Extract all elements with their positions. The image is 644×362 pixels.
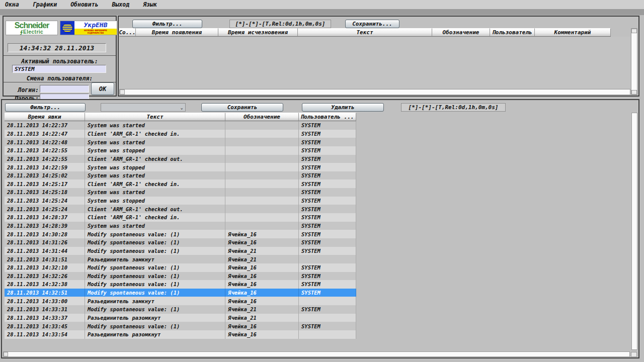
table-row[interactable]: 28.11.2013 14:28:39System was startedSYS…: [5, 222, 356, 230]
table-cell: [299, 255, 356, 263]
alarm-column-header[interactable]: Пользователь: [490, 28, 535, 37]
event-filter-button[interactable]: Фильтр...: [5, 103, 86, 112]
event-delete-button[interactable]: Удалить: [302, 103, 384, 112]
table-row[interactable]: 28.11.2013 14:31:26Modify spontaneous va…: [5, 238, 356, 247]
scroll-down-button[interactable]: [631, 90, 637, 95]
table-cell: Modify spontaneous value: (1): [85, 322, 225, 330]
table-row[interactable]: 28.11.2013 14:32:51Modify spontaneous va…: [5, 289, 356, 297]
table-row[interactable]: 28.11.2013 14:22:59System was stoppedSYS…: [5, 163, 356, 171]
table-cell: 28.11.2013 14:22:48: [5, 138, 85, 146]
table-row[interactable]: 28.11.2013 14:31:44Modify spontaneous va…: [5, 247, 356, 255]
table-row[interactable]: 28.11.2013 14:22:55Client 'ARM_GR-1' che…: [5, 155, 356, 163]
table-cell: System was started: [85, 222, 225, 230]
active-user-label: Активный пользователь:: [4, 58, 116, 65]
table-row[interactable]: 28.11.2013 14:32:10Modify spontaneous va…: [5, 263, 356, 272]
table-cell: 28.11.2013 14:33:31: [5, 305, 85, 314]
table-cell: SYSTEM: [299, 238, 356, 247]
event-save-button[interactable]: Сохранить: [201, 103, 283, 112]
table-row[interactable]: 28.11.2013 14:22:48System was startedSYS…: [5, 138, 356, 146]
session-panel: Schneider ∮Electric УкрЕНВ НАУКОВО-ВИРОБ…: [3, 16, 117, 97]
table-row[interactable]: 28.11.2013 14:25:17Client 'ARM_GR-1' che…: [5, 179, 356, 188]
table-row[interactable]: 28.11.2013 14:22:37System was startedSYS…: [5, 121, 356, 130]
menu-item-4[interactable]: Язык: [143, 1, 157, 8]
table-row[interactable]: 28.11.2013 14:32:38Modify spontaneous va…: [5, 280, 356, 289]
table-row[interactable]: 28.11.2013 14:22:55System was stoppedSYS…: [5, 146, 356, 155]
table-cell: 28.11.2013 14:32:51: [5, 289, 85, 297]
alarm-column-header[interactable]: Время появления: [136, 28, 218, 37]
table-cell: Client 'ARM_GR-1' checked in.: [85, 179, 225, 188]
table-row[interactable]: 28.11.2013 14:31:51Разьединитель замкнут…: [5, 255, 356, 263]
table-cell: SYSTEM: [299, 121, 356, 130]
event-filter-combobox[interactable]: ⌄: [101, 103, 186, 112]
table-row[interactable]: 28.11.2013 14:33:37Разьединитель разомкн…: [5, 314, 356, 322]
alarm-column-header[interactable]: Время исчезновения: [218, 28, 298, 37]
alarm-horizontal-scrollbar[interactable]: [119, 89, 630, 95]
table-row[interactable]: 28.11.2013 14:25:24System was stoppedSYS…: [5, 197, 356, 205]
event-horizontal-scrollbar[interactable]: [3, 351, 630, 357]
table-cell: System was stopped: [85, 163, 225, 171]
table-row[interactable]: 28.11.2013 14:33:00Разьединитель замкнут…: [5, 297, 356, 305]
table-cell: Modify spontaneous value: (1): [85, 238, 225, 247]
table-cell: Modify spontaneous value: (1): [85, 263, 225, 272]
ukrenv-logo-subtext: НАУКОВО-ВИРОБНИЧЕ ПІДПРИЄМСТВО: [74, 29, 117, 35]
table-row[interactable]: 28.11.2013 14:33:54Разьединитель разомкн…: [5, 330, 356, 339]
alarm-save-button[interactable]: Сохранить...: [345, 20, 399, 28]
table-cell: SYSTEM: [299, 263, 356, 272]
table-row[interactable]: 28.11.2013 14:30:28Modify spontaneous va…: [5, 230, 356, 238]
table-row[interactable]: 28.11.2013 14:25:02System was startedSYS…: [5, 171, 356, 180]
alarm-table-body[interactable]: [119, 37, 630, 88]
table-cell: [225, 138, 299, 146]
ukrenv-logo: УкрЕНВ НАУКОВО-ВИРОБНИЧЕ ПІДПРИЄМСТВО: [60, 21, 117, 35]
table-row[interactable]: 28.11.2013 14:25:18System was startedSYS…: [5, 188, 356, 197]
table-row[interactable]: 28.11.2013 14:33:31Modify spontaneous va…: [5, 305, 356, 314]
alarm-column-header[interactable]: Обозначение: [432, 28, 490, 37]
login-input[interactable]: [40, 85, 89, 93]
event-vertical-scrollbar[interactable]: [631, 113, 637, 350]
table-row[interactable]: 28.11.2013 14:33:45Modify spontaneous va…: [5, 322, 356, 330]
event-column-header[interactable]: Время явки: [5, 113, 85, 121]
table-cell: Ячейка_16: [225, 280, 299, 289]
scroll-corner-button[interactable]: [631, 352, 637, 357]
table-cell: System was stopped: [85, 197, 225, 205]
alarm-vertical-scrollbar[interactable]: [631, 28, 637, 95]
table-cell: 28.11.2013 14:22:47: [5, 130, 85, 138]
electric-logo-text: ∮Electric: [6, 30, 57, 35]
table-cell: Ячейка_16: [225, 330, 299, 339]
table-row[interactable]: 28.11.2013 14:22:47Client 'ARM_GR-1' che…: [5, 130, 356, 138]
table-cell: 28.11.2013 14:33:45: [5, 322, 85, 330]
alarm-column-header[interactable]: Со...: [119, 28, 136, 37]
schneider-electric-logo: Schneider ∮Electric: [6, 21, 58, 35]
divider: [4, 55, 116, 56]
event-column-header[interactable]: Пользователь ...: [299, 113, 356, 121]
table-cell: SYSTEM: [299, 230, 356, 238]
table-row[interactable]: 28.11.2013 14:25:24Client 'ARM_GR-1' che…: [5, 205, 356, 213]
event-column-header[interactable]: Обозначение: [225, 113, 299, 121]
scroll-left-button[interactable]: [4, 352, 8, 356]
table-cell: 28.11.2013 14:32:38: [5, 280, 85, 289]
table-cell: Разьединитель разомкнут: [85, 330, 225, 339]
ok-button[interactable]: OK: [91, 82, 114, 95]
scroll-up-button[interactable]: [631, 29, 637, 33]
event-column-header[interactable]: Текст: [85, 113, 225, 121]
scroll-left-button[interactable]: [120, 89, 125, 95]
table-row[interactable]: 28.11.2013 14:32:26Modify spontaneous va…: [5, 272, 356, 281]
table-row[interactable]: 28.11.2013 14:28:37Client 'ARM_GR-1' che…: [5, 213, 356, 222]
active-user-field[interactable]: SYSTEM: [12, 65, 106, 73]
menu-item-1[interactable]: Графики: [33, 1, 57, 8]
table-cell: 28.11.2013 14:22:59: [5, 163, 85, 171]
table-cell: Ячейка_21: [225, 255, 299, 263]
alarm-column-header[interactable]: Комментарий: [535, 28, 611, 37]
menu-item-3[interactable]: Выход: [112, 1, 130, 8]
table-cell: [225, 213, 299, 222]
menu-item-2[interactable]: Обновить: [70, 1, 98, 8]
table-cell: Client 'ARM_GR-1' checked out.: [85, 155, 225, 163]
menu-item-0[interactable]: Окна: [5, 1, 19, 8]
alarm-filter-button[interactable]: Фильтр...: [132, 20, 202, 28]
table-cell: SYSTEM: [299, 138, 356, 146]
alarm-column-header[interactable]: Текст: [298, 28, 432, 37]
alarm-panel: Фильтр... [*]-[*]-[T,Rel:0d,1h,0m,0s] Со…: [118, 16, 639, 97]
table-cell: [225, 130, 299, 138]
table-cell: Ячейка_16: [225, 263, 299, 272]
table-cell: System was started: [85, 188, 225, 197]
table-cell: Modify spontaneous value: (1): [85, 272, 225, 281]
